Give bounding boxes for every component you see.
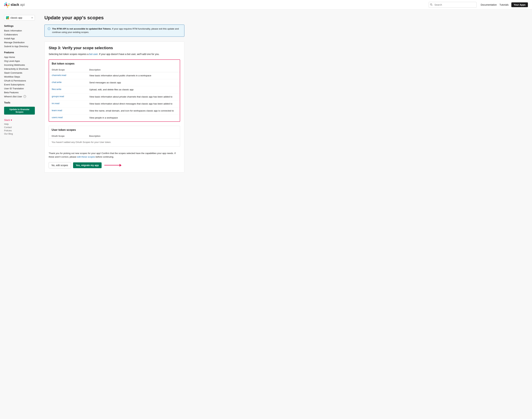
sidebar-item-label: Slash Commands [4,72,22,74]
sidebar-item-install-app[interactable]: Install App [4,37,35,40]
sidebar-item-wheres-bot-user[interactable]: Where's Bot User ? [4,94,35,99]
scope-link[interactable]: channels:read [52,74,66,77]
table-row: channels:read View basic information abo… [49,72,180,79]
slack-logo-icon [4,2,10,8]
info-icon: i [48,27,50,31]
scope-description: View people in a workspace [87,114,180,121]
sidebar-item-label: Interactivity & Shortcuts [4,68,28,70]
sidebar-item-label: Manage Distribution [4,41,25,44]
sidebar-item-label: App Home [4,56,15,58]
table-row: You haven't added any OAuth Scopes for y… [49,138,180,146]
sidebar-item-collaborators[interactable]: Collaborators [4,33,35,37]
sidebar-item-label: OAuth & Permissions [4,79,26,82]
migrate-app-button[interactable]: Yes, migrate my app [73,162,102,168]
user-scopes-title: User token scopes [52,128,177,131]
scope-link[interactable]: users:read [52,116,63,119]
scope-link[interactable]: files:write [52,88,61,91]
col-description: Description [87,68,180,72]
scope-link[interactable]: chat:write [52,81,62,83]
your-apps-button[interactable]: Your Apps [511,2,528,7]
scope-description: Upload, edit, and delete files as classi… [87,86,180,93]
footer-blog-link[interactable]: Our Blog [4,132,35,135]
sidebar-item-label: Org Level Apps [4,60,20,62]
scope-link[interactable]: team:read [52,109,62,112]
action-row: No, edit scopes Yes, migrate my app [49,162,180,168]
sidebar: classic app ▼ Settings Basic Information… [0,10,38,419]
user-col-oauth-scope: OAuth Scope [49,134,86,138]
sidebar-item-incoming-webhooks[interactable]: Incoming Webhooks [4,63,35,67]
footer-help-link[interactable]: Help [4,123,35,125]
sidebar-item-user-id-translation[interactable]: User ID Translation [4,87,35,91]
settings-section-title: Settings [4,25,35,27]
sidebar-item-oauth-permissions[interactable]: OAuth & Permissions [4,79,35,83]
sidebar-item-label: User ID Translation [4,87,24,90]
sidebar-item-manage-distribution[interactable]: Manage Distribution [4,40,35,44]
sidebar-footer: Slack ♥ Help Contact Policies Our Blog [4,119,35,135]
sidebar-item-label: Where's Bot User [4,95,22,98]
search-container [429,2,477,8]
info-banner-text: The RTM API is not accessible to updated… [52,27,181,34]
user-scopes-section: User token scopes OAuth Scope Descriptio… [49,126,180,147]
scope-description: View the name, email domain, and icon fo… [87,107,180,114]
table-row: files:write Upload, edit, and delete fil… [49,86,180,93]
bot-user-link[interactable]: bot user [89,53,98,55]
update-granular-scopes-button[interactable]: Update to Granular Scopes [4,107,35,115]
footer-contact-link[interactable]: Contact [4,126,35,129]
footer-policies-link[interactable]: Policies [4,129,35,132]
arrow-pointer [104,164,122,167]
header: slack api Documentation Tutorials Your A… [0,0,532,10]
slack-heart: Slack ♥ [4,119,35,121]
table-row: im:read View basic information about dir… [49,100,180,107]
page-layout: classic app ▼ Settings Basic Information… [0,10,532,419]
scope-link[interactable]: im:read [52,102,59,105]
table-row: users:read View people in a workspace [49,114,180,121]
logo-api-text: api [20,3,25,7]
sidebar-item-label: Event Subscriptions [4,83,25,86]
tools-section-title: Tools [4,101,35,104]
step-description: Selecting bot token scopes requires a bo… [49,52,180,56]
scope-description: View basic information about private cha… [87,93,180,100]
scope-description: View basic information about direct mess… [87,100,180,107]
help-icon[interactable]: ? [23,95,26,98]
sidebar-item-label: Collaborators [4,33,18,36]
chevron-down-icon: ▼ [31,17,33,19]
sidebar-item-slash-commands[interactable]: Slash Commands [4,71,35,75]
sidebar-item-label: Submit to App Directory [4,45,28,48]
header-nav: Documentation Tutorials Your Apps [480,2,528,7]
sidebar-item-event-subscriptions[interactable]: Event Subscriptions [4,83,35,87]
features-section-title: Features [4,51,35,54]
sidebar-item-submit-app-directory[interactable]: Submit to App Directory [4,44,35,48]
sidebar-item-basic-information[interactable]: Basic Information [4,29,35,33]
sidebar-item-beta-features[interactable]: Beta Features [4,91,35,94]
sidebar-item-org-level-apps[interactable]: Org Level Apps [4,59,35,63]
table-row: groups:read View basic information about… [49,93,180,100]
sidebar-item-workflow-steps[interactable]: Workflow Steps [4,75,35,79]
logo[interactable]: slack api [4,2,25,8]
app-name: classic app [10,16,22,19]
confirmation-section: Thank you for picking out new scopes for… [49,151,180,168]
no-edit-scopes-button[interactable]: No, edit scopes [49,162,71,168]
sidebar-item-label: Incoming Webhooks [4,64,25,66]
scopes-container: Step 3: Verify your scope selections Sel… [44,41,184,173]
bot-scopes-title: Bot token scopes [52,62,177,65]
bot-scopes-table: OAuth Scope Description channels:read Vi… [49,68,180,121]
scope-description: Send messages as classic app [87,79,180,86]
tutorials-link[interactable]: Tutorials [500,3,509,6]
documentation-link[interactable]: Documentation [480,3,497,6]
main-content: Update your app's scopes i The RTM API i… [38,10,191,419]
empty-scopes-message: You haven't added any OAuth Scopes for y… [49,138,180,146]
sidebar-item-interactivity[interactable]: Interactivity & Shortcuts [4,67,35,71]
sidebar-item-label: Basic Information [4,29,22,32]
edit-scopes-link[interactable]: edit these scopes [77,156,95,158]
scope-link[interactable]: groups:read [52,95,64,98]
sidebar-item-label: Workflow Steps [4,76,20,78]
search-input[interactable] [429,2,477,8]
page-title: Update your app's scopes [44,15,184,21]
sidebar-item-label: Beta Features [4,91,19,94]
col-oauth-scope: OAuth Scope [49,68,87,72]
app-selector[interactable]: classic app ▼ [4,15,35,21]
app-icon [6,16,9,19]
logo-slack-text: slack [11,3,19,7]
sidebar-item-app-home[interactable]: App Home [4,55,35,59]
bot-scopes-section: Bot token scopes OAuth Scope Description… [49,59,180,122]
